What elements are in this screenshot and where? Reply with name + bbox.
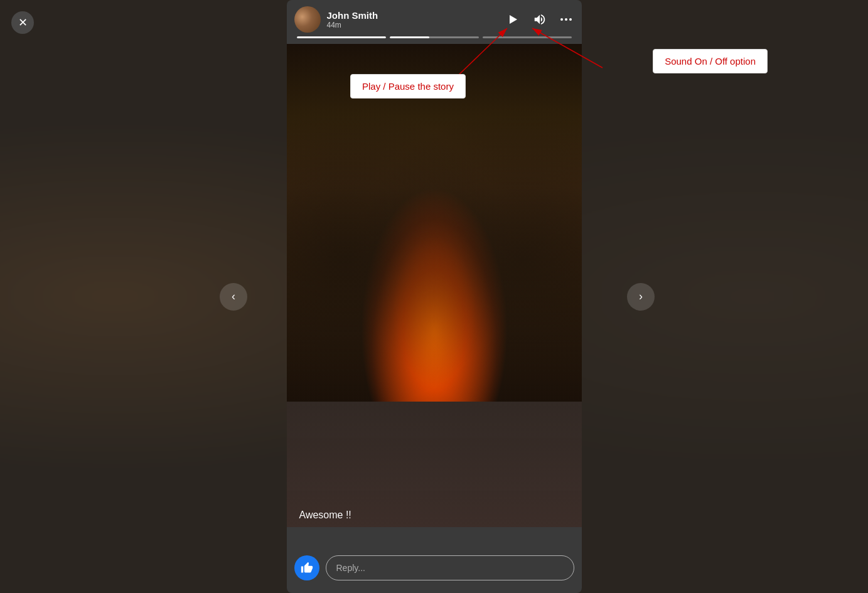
dot-3 <box>569 18 572 21</box>
thumbs-up-icon <box>301 562 313 574</box>
progress-bar-2 <box>390 36 479 38</box>
progress-fill-2 <box>390 36 430 38</box>
sound-button[interactable] <box>530 10 549 29</box>
progress-bars <box>297 36 572 38</box>
next-arrow-icon: › <box>639 290 643 303</box>
header-actions <box>504 10 574 29</box>
user-info: John Smith 44m <box>327 10 504 29</box>
next-story-button[interactable]: › <box>627 283 655 311</box>
reply-input[interactable] <box>326 555 574 580</box>
close-icon: ✕ <box>18 16 28 29</box>
more-options-icon <box>560 18 572 21</box>
svg-marker-0 <box>510 15 517 24</box>
progress-bar-3 <box>483 36 572 38</box>
play-pause-button[interactable] <box>504 11 522 28</box>
prev-arrow-icon: ‹ <box>232 290 235 303</box>
close-button[interactable]: ✕ <box>11 11 34 34</box>
prev-story-button[interactable]: ‹ <box>220 283 247 311</box>
sound-icon <box>533 13 547 26</box>
sound-annotation-text: Sound On / Off option <box>665 56 756 67</box>
avatar-image <box>294 6 321 33</box>
play-pause-annotation-text: Play / Pause the story <box>362 81 454 92</box>
username: John Smith <box>327 10 504 21</box>
play-pause-annotation-box: Play / Pause the story <box>350 74 466 99</box>
play-pause-annotation: Play / Pause the story <box>350 74 466 99</box>
sound-annotation-box: Sound On / Off option <box>653 49 768 73</box>
avatar <box>294 6 321 33</box>
progress-bar-1 <box>297 36 386 38</box>
story-header: John Smith 44m <box>294 6 574 33</box>
like-button[interactable] <box>294 555 319 580</box>
time-ago: 44m <box>327 21 504 29</box>
story-bottom-blur <box>287 402 582 527</box>
reply-area <box>294 555 574 580</box>
dot-1 <box>560 18 563 21</box>
story-caption: Awesome !! <box>299 510 351 521</box>
play-icon <box>506 13 519 26</box>
progress-fill-1 <box>297 36 386 38</box>
dot-2 <box>565 18 567 21</box>
more-options-button[interactable] <box>558 16 574 23</box>
sound-annotation: Sound On / Off option <box>653 49 768 73</box>
